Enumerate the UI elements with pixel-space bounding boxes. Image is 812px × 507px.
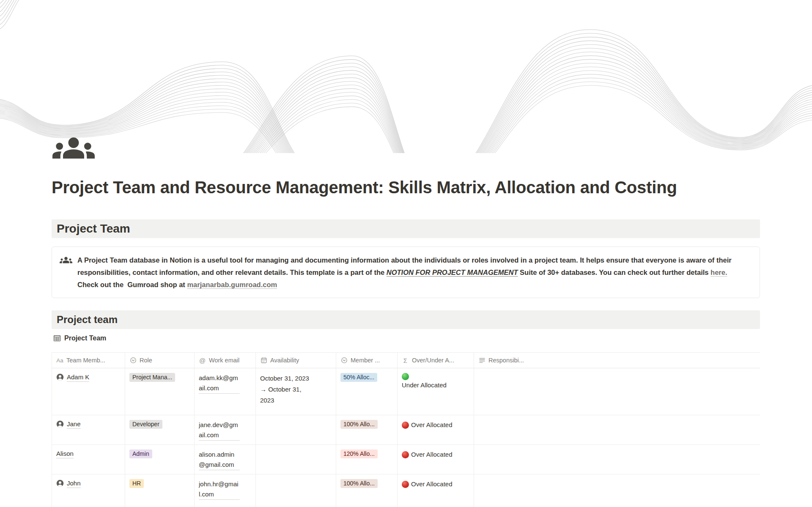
cell-over-under-allocated[interactable]: Over Allocated — [397, 445, 474, 474]
status-label: Over Allocated — [411, 449, 453, 460]
database-title: Project Team — [64, 334, 106, 342]
allocation-tag[interactable]: 50% Alloc... — [340, 373, 377, 382]
database-title-link[interactable]: Project Team — [53, 334, 106, 342]
red-circle-icon — [402, 481, 409, 488]
select-icon — [129, 357, 137, 364]
text-type-icon: Aa — [56, 357, 63, 364]
cell-work-email[interactable]: adam.kk@gmail.com — [194, 368, 255, 415]
cell-responsibilities[interactable] — [474, 368, 760, 415]
cell-role[interactable]: Admin — [125, 445, 194, 474]
cell-team-member[interactable]: Alison — [52, 445, 125, 474]
cell-over-under-allocated[interactable]: Over Allocated — [397, 474, 474, 507]
allocation-status: Over Allocated — [402, 420, 455, 430]
cell-member-allocation[interactable]: 100% Allo... — [336, 474, 397, 507]
cell-role[interactable]: Developer — [125, 415, 194, 444]
member-name-link[interactable]: Alison — [56, 449, 74, 458]
red-circle-icon — [402, 451, 409, 458]
member-name-link[interactable]: John — [67, 479, 81, 488]
column-header-label: Over/Under A... — [412, 357, 454, 364]
member-name-link[interactable]: Jane — [67, 420, 81, 429]
cell-work-email[interactable]: alison.admin@gmail.com — [194, 445, 255, 474]
cell-work-email[interactable]: jane.dev@gmail.com — [194, 415, 255, 444]
member-name-link[interactable]: Adam K — [67, 373, 89, 382]
role-tag[interactable]: Project Mana... — [129, 373, 175, 382]
role-tag[interactable]: HR — [129, 479, 144, 488]
table-grid-icon — [53, 334, 61, 342]
project-team-table: AaTeam Memb...Role@Work emailAvailabilit… — [52, 352, 760, 507]
status-label: Under Allocated — [402, 380, 447, 390]
cell-member-allocation[interactable]: 50% Alloc... — [336, 368, 397, 415]
red-circle-icon — [402, 422, 409, 429]
column-header-label: Work email — [209, 357, 239, 364]
cell-team-member[interactable]: Adam K — [52, 368, 125, 415]
table-row: Adam KProject Mana...adam.kk@gmail.comOc… — [52, 368, 760, 415]
people-group-icon — [60, 254, 72, 266]
notion-page: Project Team and Resource Management: Sk… — [0, 0, 812, 507]
table-row: AlisonAdminalison.admin@gmail.com120% Al… — [52, 445, 760, 474]
callout: A Project Team database in Notion is a u… — [52, 247, 760, 298]
cell-team-member[interactable]: Jane — [52, 415, 125, 444]
cell-role[interactable]: Project Mana... — [125, 368, 194, 415]
page-title: Project Team and Resource Management: Sk… — [52, 178, 728, 197]
allocation-tag[interactable]: 120% Allo... — [340, 449, 378, 458]
role-tag[interactable]: Developer — [129, 420, 162, 429]
allocation-status: Over Allocated — [402, 449, 455, 460]
cell-responsibilities[interactable] — [474, 415, 760, 444]
allocation-tag[interactable]: 100% Allo... — [340, 420, 378, 429]
section-heading-project-team-db: Project team — [52, 310, 760, 329]
person-avatar-icon — [56, 420, 64, 428]
cell-availability[interactable] — [255, 445, 336, 474]
column-header-label: Responsibi... — [488, 357, 524, 364]
column-header-member----[interactable]: Member ... — [336, 353, 397, 368]
cell-availability[interactable] — [255, 474, 336, 507]
cover-image[interactable] — [0, 0, 812, 153]
table-body: Adam KProject Mana...adam.kk@gmail.comOc… — [52, 368, 760, 507]
column-header-team-memb---[interactable]: AaTeam Memb... — [52, 353, 125, 368]
allocation-tag[interactable]: 100% Allo... — [340, 479, 378, 488]
person-avatar-icon — [56, 480, 64, 487]
email-link[interactable]: jane.dev@gmail.com — [199, 420, 240, 441]
text-lines-icon — [478, 357, 486, 364]
role-tag[interactable]: Admin — [129, 449, 152, 458]
cell-member-allocation[interactable]: 120% Allo... — [336, 445, 397, 474]
cell-availability[interactable]: October 31, 2023 → October 31, 2023 — [255, 368, 336, 415]
availability-dates: October 31, 2023 → October 31, 2023 — [260, 373, 313, 406]
column-header-work-email[interactable]: @Work email — [194, 353, 255, 368]
external-link[interactable]: here. — [710, 269, 727, 276]
column-header-label: Availability — [270, 357, 299, 364]
column-header-label: Role — [140, 357, 152, 364]
cell-role[interactable]: HR — [125, 474, 194, 507]
table-row: JaneDeveloperjane.dev@gmail.com100% Allo… — [52, 415, 760, 445]
table-header-row: AaTeam Memb...Role@Work emailAvailabilit… — [52, 353, 760, 368]
status-label: Over Allocated — [411, 420, 453, 430]
people-group-icon[interactable] — [52, 127, 95, 169]
column-header-role[interactable]: Role — [125, 353, 194, 368]
column-header-availability[interactable]: Availability — [255, 353, 336, 368]
allocation-status: Over Allocated — [402, 479, 455, 489]
column-header-label: Member ... — [351, 357, 380, 364]
external-link[interactable]: marjanarbab.gumroad.com — [187, 281, 277, 288]
cell-work-email[interactable]: john.hr@gmail.com — [194, 474, 255, 507]
email-link[interactable]: alison.admin@gmail.com — [199, 449, 240, 470]
allocation-status: Under Allocated — [402, 373, 455, 390]
section-heading-text: Project team — [57, 314, 118, 326]
cell-responsibilities[interactable] — [474, 445, 760, 474]
green-circle-icon — [402, 373, 409, 380]
email-link[interactable]: john.hr@gmail.com — [199, 479, 240, 500]
table-row: JohnHRjohn.hr@gmail.com100% Allo...Over … — [52, 474, 760, 507]
wave-pattern — [0, 0, 812, 153]
cell-availability[interactable] — [255, 415, 336, 444]
column-header-over-under-a---[interactable]: ΣOver/Under A... — [397, 353, 474, 368]
cell-over-under-allocated[interactable]: Under Allocated — [397, 368, 474, 415]
email-link[interactable]: adam.kk@gmail.com — [199, 373, 240, 394]
cell-member-allocation[interactable]: 100% Allo... — [336, 415, 397, 444]
callout-text: A Project Team database in Notion is a u… — [77, 254, 743, 291]
formula-icon: Σ — [402, 357, 409, 364]
status-label: Over Allocated — [411, 479, 453, 489]
column-header-responsibi---[interactable]: Responsibi... — [474, 353, 760, 368]
cell-responsibilities[interactable] — [474, 474, 760, 507]
cell-over-under-allocated[interactable]: Over Allocated — [397, 415, 474, 444]
cell-team-member[interactable]: John — [52, 474, 125, 507]
section-heading-project-team: Project Team — [52, 219, 760, 238]
notion-for-project-management-link[interactable]: NOTION FOR PROJECT MANAGEMENT — [387, 269, 518, 276]
